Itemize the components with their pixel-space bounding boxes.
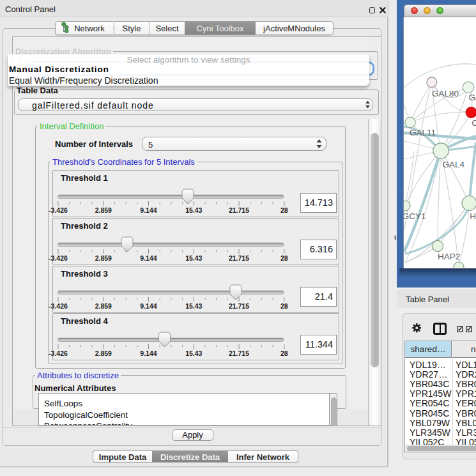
svg-text:2.859: 2.859 xyxy=(95,206,112,214)
svg-text:-3.426: -3.426 xyxy=(49,206,68,214)
svg-text:28: 28 xyxy=(280,302,288,310)
svg-text:-3.426: -3.426 xyxy=(49,254,68,262)
svg-text:28: 28 xyxy=(280,349,288,357)
svg-text:-3.426: -3.426 xyxy=(49,302,68,310)
svg-text:9.144: 9.144 xyxy=(140,302,157,310)
svg-text:15.43: 15.43 xyxy=(185,302,202,310)
svg-text:HAP2: HAP2 xyxy=(438,252,460,261)
svg-text:GCY1: GCY1 xyxy=(404,211,426,221)
svg-text:21.715: 21.715 xyxy=(229,206,249,214)
svg-text:9.144: 9.144 xyxy=(140,206,157,214)
svg-text:28: 28 xyxy=(280,206,288,214)
svg-text:GA: GA xyxy=(469,93,476,102)
svg-text:21.715: 21.715 xyxy=(229,254,249,262)
svg-text:2.859: 2.859 xyxy=(95,302,112,310)
svg-text:C: C xyxy=(472,118,476,128)
svg-text:21.715: 21.715 xyxy=(229,349,249,357)
svg-text:28: 28 xyxy=(280,254,288,262)
svg-text:2.859: 2.859 xyxy=(95,349,112,357)
svg-text:9.144: 9.144 xyxy=(140,254,157,262)
svg-text:15.43: 15.43 xyxy=(185,254,202,262)
svg-text:15.43: 15.43 xyxy=(185,349,202,357)
svg-text:21.715: 21.715 xyxy=(229,302,249,310)
svg-text:-3.426: -3.426 xyxy=(49,349,68,357)
svg-text:GAL80: GAL80 xyxy=(432,89,459,98)
svg-text:GAL11: GAL11 xyxy=(410,128,436,137)
svg-text:15.43: 15.43 xyxy=(185,206,202,214)
svg-text:H: H xyxy=(470,211,476,221)
svg-text:GAL4: GAL4 xyxy=(443,160,465,169)
svg-text:2.859: 2.859 xyxy=(95,254,112,262)
svg-text:9.144: 9.144 xyxy=(140,349,157,357)
